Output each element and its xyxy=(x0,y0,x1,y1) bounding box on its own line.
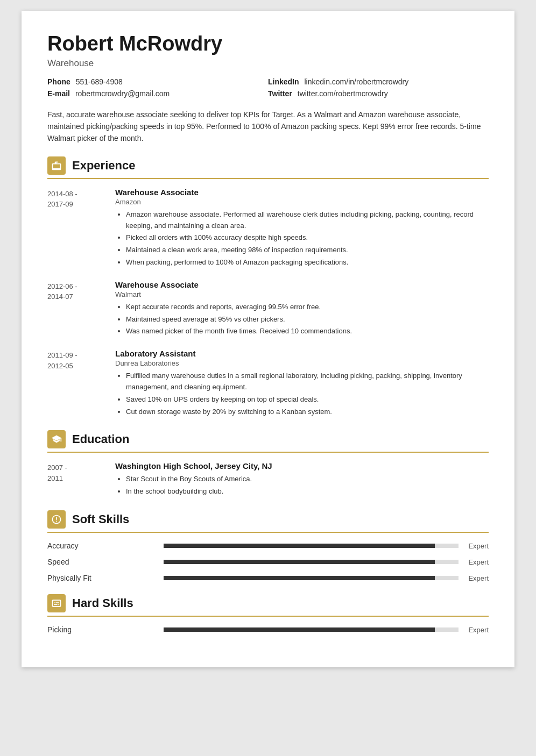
skill-bar xyxy=(164,627,435,632)
education-section: Education 2007 -2011 Washington High Sch… xyxy=(47,430,489,498)
resume-container: Robert McRowdry Warehouse Phone 551-689-… xyxy=(22,11,514,667)
hard-skills-icon xyxy=(47,594,66,612)
education-header: Education xyxy=(47,430,489,453)
education-title: Education xyxy=(72,432,129,446)
experience-header: Experience xyxy=(47,156,489,179)
skill-bar-container xyxy=(164,576,459,580)
linkedin-label: LinkedIn xyxy=(268,77,299,86)
bullet-item: Saved 10% on UPS orders by keeping on to… xyxy=(126,394,489,405)
contact-section: Phone 551-689-4908 LinkedIn linkedin.com… xyxy=(47,77,489,98)
bullet-item: Kept accurate records and reports, avera… xyxy=(126,302,489,313)
edu-bullet-item: Star Scout in the Boy Scouts of America. xyxy=(126,474,489,485)
job-title: Warehouse Associate xyxy=(115,188,489,197)
header-section: Robert McRowdry Warehouse xyxy=(47,32,489,69)
skill-level: Expert xyxy=(467,558,489,566)
job-title: Warehouse Associate xyxy=(115,280,489,289)
skill-bar xyxy=(164,576,435,580)
date-range: 2014-08 -2017-09 xyxy=(47,188,107,269)
skill-bar-container xyxy=(164,627,459,632)
hard-skill-item: Picking Expert xyxy=(47,625,489,634)
soft-skills-icon xyxy=(47,510,66,529)
summary-section: Fast, accurate warehouse associate seeki… xyxy=(47,109,489,145)
twitter-value: twitter.com/robertmcrowdry xyxy=(298,89,388,98)
linkedin-item: LinkedIn linkedin.com/in/robertmcrowdry xyxy=(268,77,489,86)
edu-bullet-list: Star Scout in the Boy Scouts of America.… xyxy=(115,474,489,497)
bullet-item: Fulfilled many warehouse duties in a sma… xyxy=(126,370,489,393)
twitter-item: Twitter twitter.com/robertmcrowdry xyxy=(268,89,489,98)
skill-name: Picking xyxy=(47,625,155,634)
date-range: 2012-06 -2014-07 xyxy=(47,280,107,338)
education-item: 2007 -2011 Washington High School, Jerse… xyxy=(47,461,489,498)
soft-skills-section: Soft Skills Accuracy Expert Speed Expert… xyxy=(47,510,489,582)
experience-list: 2014-08 -2017-09 Warehouse Associate Ama… xyxy=(47,188,489,419)
job-content: Warehouse Associate Walmart Kept accurat… xyxy=(115,280,489,338)
skill-bar xyxy=(164,560,435,564)
bullet-item: Picked all orders with 100% accuracy des… xyxy=(126,232,489,244)
phone-item: Phone 551-689-4908 xyxy=(47,77,268,86)
skill-level: Expert xyxy=(467,574,489,582)
hard-skills-list: Picking Expert xyxy=(47,625,489,634)
bullet-item: Amazon warehouse associate. Performed al… xyxy=(126,209,489,232)
email-label: E-mail xyxy=(47,89,70,98)
soft-skills-header: Soft Skills xyxy=(47,510,489,533)
experience-item: 2014-08 -2017-09 Warehouse Associate Ama… xyxy=(47,188,489,269)
date-range: 2011-09 -2012-05 xyxy=(47,349,107,418)
company-name: Walmart xyxy=(115,290,489,298)
candidate-name: Robert McRowdry xyxy=(47,32,489,56)
bullet-item: Maintained a clean work area, meeting 98… xyxy=(126,245,489,256)
soft-skill-item: Physically Fit Expert xyxy=(47,574,489,582)
experience-item: 2012-06 -2014-07 Warehouse Associate Wal… xyxy=(47,280,489,338)
briefcase-icon xyxy=(47,156,66,175)
experience-section: Experience 2014-08 -2017-09 Warehouse As… xyxy=(47,156,489,419)
twitter-label: Twitter xyxy=(268,89,292,98)
hard-skills-section: Hard Skills Picking Expert xyxy=(47,594,489,634)
candidate-title: Warehouse xyxy=(47,58,489,69)
soft-skill-item: Speed Expert xyxy=(47,558,489,566)
bullet-list: Kept accurate records and reports, avera… xyxy=(115,302,489,337)
edu-bullet-item: In the school bodybuilding club. xyxy=(126,486,489,497)
bullet-item: Maintained speed average at 95% vs other… xyxy=(126,314,489,325)
bullet-list: Amazon warehouse associate. Performed al… xyxy=(115,209,489,268)
email-item: E-mail robertmcrowdry@gmail.com xyxy=(47,89,268,98)
bullet-item: Cut down storage waste by 20% by switchi… xyxy=(126,406,489,418)
skill-bar-container xyxy=(164,560,459,564)
soft-skills-title: Soft Skills xyxy=(72,512,129,526)
company-name: Amazon xyxy=(115,198,489,206)
bullet-item: When packing, performed to 100% of Amazo… xyxy=(126,257,489,268)
edu-date-range: 2007 -2011 xyxy=(47,461,107,498)
education-icon xyxy=(47,430,66,448)
skill-level: Expert xyxy=(467,542,489,550)
email-value: robertmcrowdry@gmail.com xyxy=(75,89,170,98)
skill-level: Expert xyxy=(467,626,489,634)
bullet-item: Was named picker of the month five times… xyxy=(126,326,489,337)
edu-content: Washington High School, Jersey City, NJ … xyxy=(115,461,489,498)
company-name: Dunrea Laboratories xyxy=(115,359,489,367)
education-list: 2007 -2011 Washington High School, Jerse… xyxy=(47,461,489,498)
hard-skills-header: Hard Skills xyxy=(47,594,489,617)
experience-item: 2011-09 -2012-05 Laboratory Assistant Du… xyxy=(47,349,489,418)
soft-skills-list: Accuracy Expert Speed Expert Physically … xyxy=(47,541,489,582)
experience-title: Experience xyxy=(72,159,135,173)
skill-name: Accuracy xyxy=(47,541,155,550)
phone-value: 551-689-4908 xyxy=(76,77,123,86)
skill-bar-container xyxy=(164,544,459,548)
skill-bar xyxy=(164,544,435,548)
linkedin-value: linkedin.com/in/robertmcrowdry xyxy=(304,77,408,86)
job-content: Laboratory Assistant Dunrea Laboratories… xyxy=(115,349,489,418)
phone-label: Phone xyxy=(47,77,70,86)
soft-skill-item: Accuracy Expert xyxy=(47,541,489,550)
bullet-list: Fulfilled many warehouse duties in a sma… xyxy=(115,370,489,417)
job-content: Warehouse Associate Amazon Amazon wareho… xyxy=(115,188,489,269)
skill-name: Speed xyxy=(47,558,155,566)
school-title: Washington High School, Jersey City, NJ xyxy=(115,461,489,470)
skill-name: Physically Fit xyxy=(47,574,155,582)
hard-skills-title: Hard Skills xyxy=(72,596,133,610)
job-title: Laboratory Assistant xyxy=(115,349,489,358)
